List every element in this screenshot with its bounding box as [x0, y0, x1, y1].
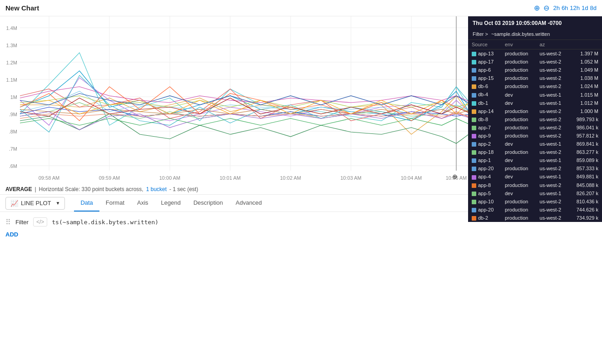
svg-text:10:00 AM: 10:00 AM — [159, 175, 180, 181]
svg-text:09:59 AM: 09:59 AM — [99, 175, 120, 181]
line-plot-icon: 📈 — [10, 200, 18, 207]
svg-text:10:01 AM: 10:01 AM — [220, 175, 241, 181]
svg-text:10:07 AM: 10:07 AM — [582, 175, 602, 181]
tab-advanced[interactable]: Advanced — [229, 195, 268, 212]
info-bar: AVERAGE | Horizontal Scale: 330 point bu… — [0, 184, 602, 195]
drag-handle[interactable]: ⠿ — [5, 218, 11, 226]
tab-data[interactable]: Data — [74, 195, 99, 212]
tab-legend[interactable]: Legend — [155, 195, 187, 212]
filter-label: Filter — [15, 219, 29, 226]
svg-text:1.2M: 1.2M — [6, 60, 17, 65]
zoom-in-button[interactable]: ⊕ — [534, 4, 540, 12]
tab-format[interactable]: Format — [99, 195, 131, 212]
chart-svg: 1.4M 1.3M 1.2M 1.1M 1M .9M .8M .7M .6M — [0, 16, 602, 184]
tab-description[interactable]: Description — [187, 195, 229, 212]
plot-selector-label: LINE PLOT — [21, 200, 51, 207]
svg-text:1.4M: 1.4M — [6, 25, 17, 31]
time-btn-1d[interactable]: 1d — [582, 5, 588, 11]
query-row: ⠿ Filter </> — [5, 217, 597, 226]
tabs-bar: 📈 LINE PLOT ▼ Data Format Axis Legend De… — [0, 195, 602, 212]
time-btn-12h[interactable]: 12h — [570, 5, 580, 11]
time-btn-6h[interactable]: 6h — [562, 5, 568, 11]
zoom-out-button[interactable]: ⊖ — [543, 4, 549, 12]
time-btn-2h[interactable]: 2h — [553, 5, 559, 11]
avg-label: AVERAGE — [5, 186, 32, 192]
bucket-link[interactable]: 1 bucket — [146, 186, 167, 192]
chart-area[interactable]: 1.4M 1.3M 1.2M 1.1M 1M .9M .8M .7M .6M — [0, 16, 602, 184]
svg-text:10:02 AM: 10:02 AM — [280, 175, 301, 181]
svg-text:.7M: .7M — [9, 146, 17, 152]
chevron-down-icon: ▼ — [55, 201, 60, 206]
plot-selector[interactable]: 📈 LINE PLOT ▼ — [5, 197, 65, 210]
time-range-buttons: 2h 6h 12h 1d 8d — [553, 5, 597, 11]
header-controls: ⊕ ⊖ 2h 6h 12h 1d 8d — [534, 4, 597, 12]
svg-text:.9M: .9M — [9, 112, 17, 117]
chart-title: New Chart — [5, 4, 39, 12]
svg-text:.8M: .8M — [9, 129, 17, 134]
svg-text:1.3M: 1.3M — [6, 43, 17, 48]
add-button[interactable]: ADD — [5, 231, 18, 238]
svg-text:⊕: ⊕ — [452, 173, 458, 180]
bucket-rest: - 1 sec (est) — [169, 186, 198, 192]
horizontal-scale-text: Horizontal Scale: 330 point buckets acro… — [39, 186, 143, 192]
add-row: ADD — [5, 231, 597, 238]
query-area: ⠿ Filter </> ADD — [0, 212, 602, 243]
svg-text:09:58 AM: 09:58 AM — [39, 175, 59, 181]
svg-text:1.1M: 1.1M — [6, 77, 17, 83]
svg-text:10:04 AM: 10:04 AM — [401, 175, 422, 181]
time-btn-8d[interactable]: 8d — [590, 5, 597, 11]
tab-axis[interactable]: Axis — [131, 195, 155, 212]
svg-text:.6M: .6M — [9, 163, 17, 169]
info-separator: | — [35, 186, 36, 192]
svg-text:10:03 AM: 10:03 AM — [340, 175, 361, 181]
svg-text:10:06 AM: 10:06 AM — [522, 175, 543, 181]
code-toggle[interactable]: </> — [33, 217, 47, 226]
svg-text:1M: 1M — [10, 94, 17, 100]
header: New Chart ⊕ ⊖ 2h 6h 12h 1d 8d — [0, 0, 602, 16]
query-input[interactable] — [52, 219, 597, 226]
